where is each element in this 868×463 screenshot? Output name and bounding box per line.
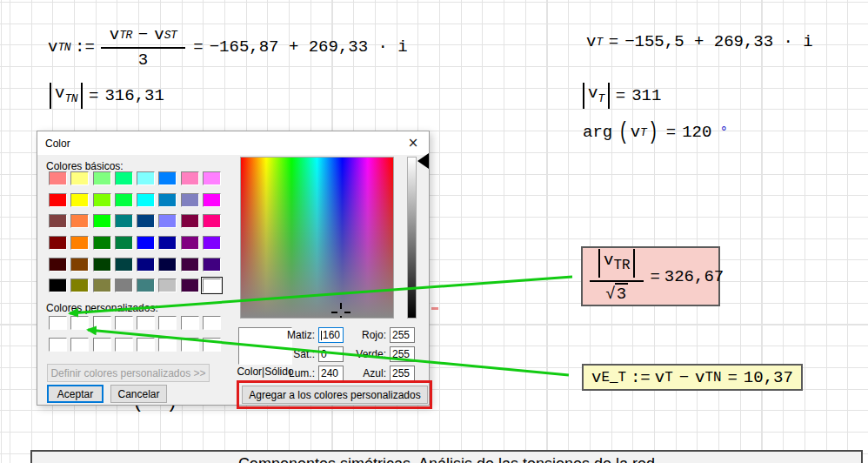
custom-color-swatch[interactable] [137, 316, 155, 330]
basic-color-swatch[interactable] [115, 258, 133, 272]
basic-color-swatch[interactable] [181, 193, 199, 207]
hidden-formula-fragment: () [132, 405, 193, 413]
basic-color-swatch[interactable] [49, 236, 67, 250]
custom-color-swatch[interactable] [70, 316, 89, 330]
basic-color-swatch[interactable] [137, 214, 155, 228]
sqrt-sign: √ [605, 285, 615, 304]
basic-color-swatch[interactable] [115, 236, 133, 250]
text-caret [321, 331, 322, 340]
basic-color-swatch[interactable] [181, 258, 199, 272]
basic-color-swatch[interactable] [203, 258, 221, 272]
basic-color-swatch[interactable] [137, 278, 155, 292]
basic-color-swatch[interactable] [181, 214, 199, 228]
basic-color-swatch[interactable] [93, 278, 111, 292]
basic-color-swatch[interactable] [203, 278, 221, 292]
red-input[interactable]: 255 [390, 327, 415, 343]
basic-color-swatch[interactable] [49, 278, 67, 292]
basic-color-swatch[interactable] [158, 278, 177, 292]
equals-operator: = [193, 38, 203, 57]
custom-color-swatch[interactable] [49, 338, 67, 352]
luminance-slider-handle[interactable] [417, 153, 429, 169]
custom-color-swatch[interactable] [93, 316, 111, 330]
cancel-button[interactable]: Cancelar [110, 385, 167, 403]
custom-color-swatch[interactable] [93, 338, 111, 352]
basic-color-swatch[interactable] [70, 258, 89, 272]
custom-color-swatch[interactable] [158, 316, 177, 330]
basic-color-swatch[interactable] [115, 193, 133, 207]
basic-color-swatch[interactable] [93, 258, 111, 272]
close-icon[interactable]: × [397, 131, 429, 155]
formula-vt-value[interactable]: vT = −155,5 + 269,33 · i [586, 33, 813, 51]
custom-color-swatch[interactable] [158, 338, 177, 352]
custom-color-swatch[interactable] [137, 338, 155, 352]
define-custom-colors-button[interactable]: Definir colores personalizados >> [47, 364, 210, 382]
custom-color-swatch[interactable] [181, 316, 199, 330]
basic-color-swatch[interactable] [115, 278, 133, 292]
blue-label: Azul: [334, 367, 386, 379]
formula-vtn-definition[interactable]: vTN := vTR − vST 3 = −165,87 + 269,33 · … [48, 26, 408, 70]
equals-operator: = [727, 368, 737, 387]
yellow-highlight-region[interactable]: vE_T := vT − vTN = 10,37 [582, 364, 803, 391]
basic-color-swatch[interactable] [49, 258, 67, 272]
custom-color-swatch[interactable] [203, 316, 221, 330]
basic-color-swatch[interactable] [93, 214, 111, 228]
basic-color-swatch[interactable] [137, 236, 155, 250]
green-input[interactable]: 255 [390, 346, 415, 362]
hue-saturation-field[interactable] [240, 157, 394, 319]
basic-color-swatch[interactable] [49, 171, 67, 185]
basic-color-swatch[interactable] [70, 171, 89, 185]
custom-color-swatch[interactable] [115, 338, 133, 352]
basic-color-swatch[interactable] [181, 236, 199, 250]
var-base: v [48, 38, 57, 57]
basic-color-swatch[interactable] [115, 214, 133, 228]
basic-color-swatch[interactable] [203, 236, 221, 250]
custom-color-swatch[interactable] [181, 338, 199, 352]
minus-operator: − [138, 26, 148, 44]
degree-unit: ° [719, 125, 728, 141]
basic-color-swatch[interactable] [181, 171, 199, 185]
custom-color-swatch[interactable] [115, 316, 133, 330]
formula-vtn-magnitude[interactable]: vTN = 316,31 [50, 83, 164, 109]
basic-color-swatch[interactable] [137, 171, 155, 185]
basic-color-swatch[interactable] [203, 214, 221, 228]
basic-color-swatch[interactable] [70, 278, 89, 292]
dialog-title: Color [45, 138, 70, 150]
add-to-custom-colors-button[interactable]: Agregar a los colores personalizados [242, 386, 428, 404]
basic-color-swatch[interactable] [158, 193, 177, 207]
basic-color-swatch[interactable] [158, 258, 177, 272]
basic-color-swatch[interactable] [49, 214, 67, 228]
basic-color-swatch[interactable] [93, 171, 111, 185]
var-subscript: TN [704, 370, 721, 386]
basic-color-swatch[interactable] [158, 236, 177, 250]
custom-color-swatch[interactable] [49, 316, 67, 330]
var-subscript: T [664, 370, 673, 386]
basic-color-swatch[interactable] [49, 193, 67, 207]
basic-color-swatch[interactable] [70, 236, 89, 250]
formula-vt-magnitude[interactable]: vT = 311 [583, 83, 661, 109]
denominator: 3 [138, 49, 148, 70]
function-name: arg [583, 124, 612, 142]
footer-title-region[interactable]: Componentes simétricas. Análisis de las … [30, 450, 863, 463]
blue-input[interactable]: 255 [390, 366, 415, 381]
custom-color-swatch[interactable] [70, 338, 89, 352]
basic-color-swatch[interactable] [93, 193, 111, 207]
basic-color-swatch[interactable] [70, 214, 89, 228]
footer-title-text: Componentes simétricas. Análisis de las … [238, 455, 655, 463]
basic-color-swatch[interactable] [203, 193, 221, 207]
dialog-titlebar[interactable]: Color × [37, 131, 429, 155]
luminance-slider[interactable] [407, 157, 417, 319]
basic-color-swatch[interactable] [115, 171, 133, 185]
basic-color-swatch[interactable] [181, 278, 199, 292]
hue-label: Matiz: [263, 329, 315, 341]
basic-color-swatch[interactable] [158, 214, 177, 228]
ok-button[interactable]: Aceptar [47, 385, 103, 403]
pink-highlight-region[interactable]: vTR √3 = 326,67 [581, 246, 720, 306]
basic-color-swatch[interactable] [158, 171, 177, 185]
custom-color-swatch[interactable] [203, 338, 221, 352]
basic-color-swatch[interactable] [93, 236, 111, 250]
basic-color-swatch[interactable] [137, 193, 155, 207]
basic-color-swatch[interactable] [137, 258, 155, 272]
basic-color-swatch[interactable] [203, 171, 221, 185]
formula-vt-argument[interactable]: arg ( vT ) = 120 ° [583, 124, 728, 142]
basic-color-swatch[interactable] [70, 193, 89, 207]
